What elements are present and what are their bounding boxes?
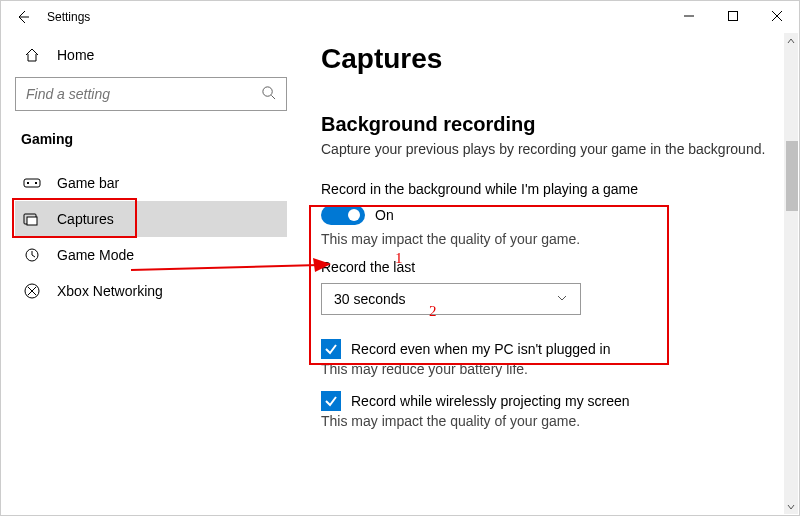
sidebar-item-label: Captures [57,211,114,227]
checkbox-plugged-in[interactable]: Record even when my PC isn't plugged in [321,339,779,359]
checkbox-icon [321,391,341,411]
toggle-knob [348,209,360,221]
section-title: Background recording [321,113,779,136]
sidebar-home-label: Home [57,47,94,63]
window-title: Settings [47,10,90,24]
sidebar: Home Gaming Game bar Captures [1,33,301,515]
scrollbar-track[interactable] [784,33,798,514]
toggle-hint: This may impact the quality of your game… [321,231,779,247]
main-content: Captures Background recording Capture yo… [301,33,799,515]
captures-icon [21,212,43,226]
window-body: Home Gaming Game bar Captures [1,33,799,515]
toggle-state-label: On [375,207,394,223]
game-bar-icon [21,176,43,190]
minimize-button[interactable] [667,1,711,31]
arrow-left-icon [15,9,31,25]
sidebar-home[interactable]: Home [15,39,287,71]
checkbox-wireless-project[interactable]: Record while wirelessly projecting my sc… [321,391,779,411]
back-button[interactable] [13,7,33,27]
svg-rect-1 [729,12,738,21]
window-controls [667,1,799,31]
checkbox-label: Record even when my PC isn't plugged in [351,341,610,357]
sidebar-section-title: Gaming [15,131,287,147]
maximize-button[interactable] [711,1,755,31]
search-box[interactable] [15,77,287,111]
background-record-toggle[interactable] [321,205,365,225]
svg-point-4 [263,86,272,95]
svg-line-5 [271,95,275,99]
search-input[interactable] [26,86,261,102]
svg-rect-7 [27,182,29,184]
record-last-dropdown[interactable]: 30 seconds [321,283,581,315]
svg-line-13 [32,255,35,257]
toggle-title: Record in the background while I'm playi… [321,181,779,197]
dropdown-value: 30 seconds [334,291,406,307]
checkbox-label: Record while wirelessly projecting my sc… [351,393,630,409]
sidebar-item-label: Game Mode [57,247,134,263]
chevron-down-icon [556,291,568,307]
sidebar-item-captures[interactable]: Captures [15,201,287,237]
scrollbar-down[interactable] [784,500,798,514]
game-mode-icon [21,247,43,263]
page-title: Captures [321,43,779,75]
scrollbar-thumb[interactable] [786,141,798,211]
checkbox-icon [321,339,341,359]
search-icon [261,85,276,104]
sidebar-item-xbox-networking[interactable]: Xbox Networking [15,273,287,309]
svg-rect-10 [27,217,37,225]
sidebar-item-label: Xbox Networking [57,283,163,299]
svg-rect-6 [24,179,40,187]
section-description: Capture your previous plays by recording… [321,140,779,159]
close-button[interactable] [755,1,799,31]
xbox-icon [21,283,43,299]
checkbox-hint: This may impact the quality of your game… [321,413,779,429]
home-icon [21,47,43,63]
scrollbar-up[interactable] [784,34,798,48]
sidebar-item-game-mode[interactable]: Game Mode [15,237,287,273]
toggle-row: On [321,205,779,225]
sidebar-item-label: Game bar [57,175,119,191]
sidebar-item-game-bar[interactable]: Game bar [15,165,287,201]
svg-rect-8 [35,182,37,184]
settings-window: Settings Home Gaming [0,0,800,516]
dropdown-label: Record the last [321,259,779,275]
checkbox-hint: This may reduce your battery life. [321,361,779,377]
